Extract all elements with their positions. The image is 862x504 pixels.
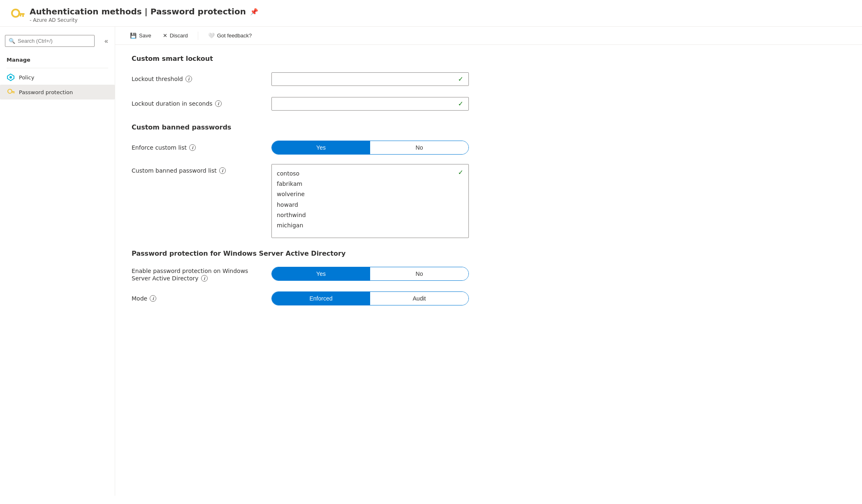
enforce-custom-list-control: Yes No	[271, 141, 469, 155]
mode-audit-button[interactable]: Audit	[370, 292, 468, 305]
save-button[interactable]: 💾 Save	[125, 30, 156, 41]
enforce-yes-button[interactable]: Yes	[272, 141, 370, 154]
enforce-custom-list-label: Enforce custom list i	[132, 144, 271, 151]
svg-point-6	[8, 89, 12, 93]
page-title: Authentication methods | Password protec…	[30, 7, 258, 16]
lockout-duration-info-icon[interactable]: i	[215, 100, 222, 107]
lockout-duration-input-wrapper: 60 ✓	[271, 97, 469, 111]
svg-rect-9	[12, 92, 13, 93]
svg-rect-3	[20, 15, 21, 16]
main-content: Custom smart lockout Lockout threshold i…	[115, 45, 862, 496]
banned-list-text: contoso fabrikam wolverine howard northw…	[277, 169, 463, 231]
enable-protection-control: Yes No	[271, 267, 469, 281]
banned-list-info-icon[interactable]: i	[219, 167, 226, 174]
feedback-button[interactable]: 🤍 Got feedback?	[203, 30, 257, 41]
discard-button[interactable]: ✕ Discard	[158, 30, 193, 41]
section-banned-passwords: Custom banned passwords Enforce custom l…	[132, 123, 846, 238]
enable-no-button[interactable]: No	[370, 267, 468, 280]
pin-icon[interactable]: 📌	[250, 8, 258, 16]
lockout-duration-control: 60 ✓	[271, 97, 469, 111]
svg-rect-7	[12, 91, 15, 92]
save-label: Save	[139, 32, 151, 39]
enable-protection-label-row2: Server Active Directory i	[132, 275, 208, 282]
sidebar-item-policy[interactable]: Policy	[0, 70, 115, 85]
enforce-custom-list-text: Enforce custom list	[132, 144, 187, 151]
page-header: Authentication methods | Password protec…	[0, 0, 862, 27]
enable-protection-row: Enable password protection on Windows Se…	[132, 266, 846, 282]
banned-list-label-text: Custom banned password list	[132, 167, 217, 174]
lockout-duration-label: Lockout duration in seconds i	[132, 100, 271, 107]
enable-protection-label: Enable password protection on Windows Se…	[132, 266, 271, 282]
lockout-threshold-text: Lockout threshold	[132, 76, 183, 82]
windows-ad-title: Password protection for Windows Server A…	[132, 250, 846, 257]
search-wrapper: 🔍	[0, 32, 100, 50]
banned-passwords-title: Custom banned passwords	[132, 123, 846, 131]
svg-rect-2	[22, 15, 24, 17]
lockout-duration-check-icon: ✓	[458, 100, 463, 108]
sidebar-section-manage: Manage	[0, 52, 115, 66]
lockout-threshold-input[interactable]: 10	[277, 76, 458, 82]
enable-toggle-group: Yes No	[271, 267, 469, 281]
mode-info-icon[interactable]: i	[150, 295, 156, 302]
save-icon: 💾	[130, 32, 137, 39]
search-box[interactable]: 🔍	[5, 35, 95, 47]
enforce-toggle-group: Yes No	[271, 141, 469, 155]
sidebar-password-protection-label: Password protection	[19, 89, 73, 95]
feedback-label: Got feedback?	[217, 32, 252, 39]
enable-protection-info-icon[interactable]: i	[201, 275, 208, 282]
lockout-duration-input[interactable]: 60	[277, 100, 458, 107]
lockout-threshold-check-icon: ✓	[458, 75, 463, 83]
enable-yes-button[interactable]: Yes	[272, 267, 370, 280]
enforce-custom-list-info-icon[interactable]: i	[189, 144, 196, 151]
search-input[interactable]	[18, 38, 91, 44]
mode-label: Mode i	[132, 295, 271, 302]
title-text: Authentication methods | Password protec…	[30, 7, 246, 16]
toolbar: 💾 Save ✕ Discard 🤍 Got feedback?	[115, 27, 862, 45]
policy-icon	[7, 73, 15, 81]
toolbar-divider	[198, 32, 198, 40]
collapse-button[interactable]: «	[101, 36, 111, 46]
mode-enforced-button[interactable]: Enforced	[272, 292, 370, 305]
feedback-icon: 🤍	[208, 32, 215, 39]
svg-point-0	[12, 9, 19, 17]
section-smart-lockout: Custom smart lockout Lockout threshold i…	[132, 55, 846, 112]
sidebar-item-password-protection[interactable]: Password protection	[0, 85, 115, 99]
sidebar-policy-label: Policy	[19, 74, 34, 81]
enable-protection-line2: Server Active Directory	[132, 275, 199, 282]
svg-rect-8	[14, 92, 14, 93]
lockout-threshold-label: Lockout threshold i	[132, 76, 271, 82]
lockout-threshold-control: 10 ✓	[271, 72, 469, 86]
svg-rect-1	[18, 13, 25, 15]
lockout-duration-row: Lockout duration in seconds i 60 ✓	[132, 95, 846, 112]
lockout-threshold-info-icon[interactable]: i	[185, 76, 192, 82]
banned-list-label: Custom banned password list i	[132, 164, 271, 174]
key-icon	[7, 88, 15, 96]
search-icon: 🔍	[9, 38, 15, 44]
enforce-custom-list-row: Enforce custom list i Yes No	[132, 139, 846, 156]
banned-list-row: Custom banned password list i contoso fa…	[132, 164, 846, 238]
discard-icon: ✕	[163, 32, 167, 39]
section-windows-ad: Password protection for Windows Server A…	[132, 250, 846, 307]
app-icon	[10, 7, 25, 22]
svg-point-5	[9, 76, 12, 79]
banned-list-check-icon: ✓	[458, 169, 463, 176]
mode-control: Enforced Audit	[271, 291, 469, 305]
lockout-duration-text: Lockout duration in seconds	[132, 100, 213, 107]
enable-protection-label-row: Enable password protection on Windows	[132, 268, 248, 274]
discard-label: Discard	[170, 32, 188, 39]
sidebar: 🔍 « Manage Policy	[0, 27, 115, 496]
mode-toggle-group: Enforced Audit	[271, 291, 469, 305]
sidebar-divider	[7, 68, 108, 68]
search-row: 🔍 «	[0, 30, 115, 52]
enforce-no-button[interactable]: No	[370, 141, 468, 154]
header-title-group: Authentication methods | Password protec…	[30, 7, 258, 23]
lockout-threshold-row: Lockout threshold i 10 ✓	[132, 71, 846, 87]
smart-lockout-title: Custom smart lockout	[132, 55, 846, 62]
banned-list-control: contoso fabrikam wolverine howard northw…	[271, 164, 469, 238]
page-subtitle: - Azure AD Security	[30, 17, 258, 23]
mode-label-text: Mode	[132, 295, 147, 302]
mode-row: Mode i Enforced Audit	[132, 290, 846, 307]
enable-protection-line1: Enable password protection on Windows	[132, 268, 248, 274]
main-layout: 🔍 « Manage Policy	[0, 27, 862, 496]
banned-list-box[interactable]: contoso fabrikam wolverine howard northw…	[271, 164, 469, 238]
